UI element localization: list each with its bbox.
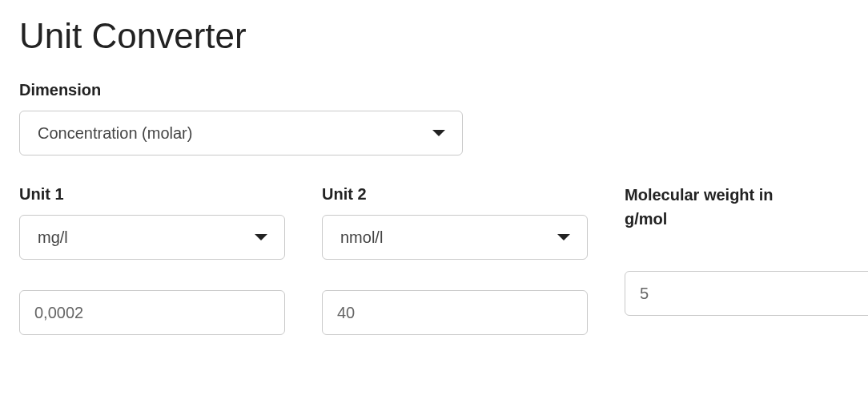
chevron-down-icon (254, 233, 268, 241)
unit1-label: Unit 1 (19, 183, 285, 205)
unit2-label: Unit 2 (322, 183, 588, 205)
unit1-value: mg/l (38, 228, 68, 247)
unit2-select[interactable]: nmol/l (322, 215, 588, 260)
unit1-input[interactable] (19, 290, 285, 335)
dimension-label: Dimension (19, 79, 849, 101)
unit2-input[interactable] (322, 290, 588, 335)
dimension-value: Concentration (molar) (38, 124, 192, 143)
dimension-select[interactable]: Concentration (molar) (19, 111, 463, 155)
molecular-weight-column: Molecular weight in g/mol (625, 183, 868, 316)
unit2-value: nmol/l (340, 228, 383, 247)
molecular-weight-input[interactable] (625, 271, 868, 316)
unit2-column: Unit 2 nmol/l (322, 183, 588, 335)
chevron-down-icon (557, 233, 571, 241)
chevron-down-icon (432, 129, 446, 137)
unit1-column: Unit 1 mg/l (19, 183, 285, 335)
page-title: Unit Converter (19, 16, 849, 56)
molecular-weight-label: Molecular weight in g/mol (625, 183, 793, 231)
unit1-select[interactable]: mg/l (19, 215, 285, 260)
